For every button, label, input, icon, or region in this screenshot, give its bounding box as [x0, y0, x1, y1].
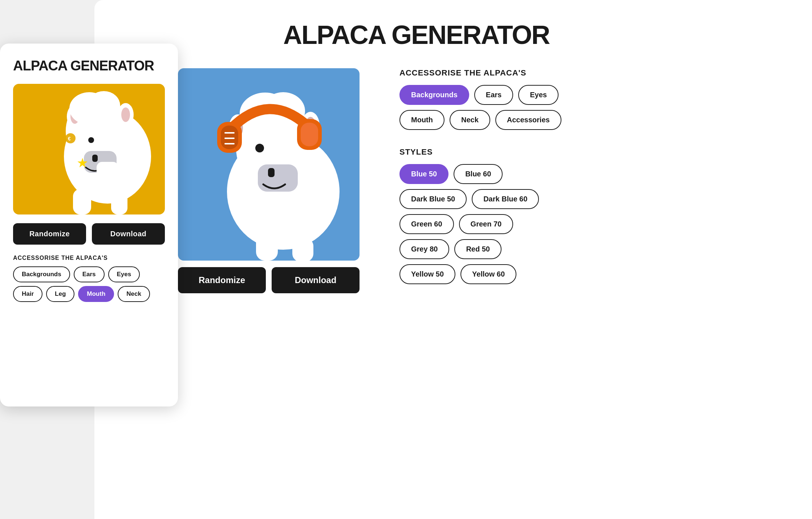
accessories-label-small: ACCESSORISE THE ALPACA'S — [13, 255, 165, 261]
svg-rect-16 — [97, 162, 118, 191]
svg-point-4 — [88, 137, 94, 143]
download-button-small[interactable]: Download — [92, 223, 165, 245]
pill-mouth-small[interactable]: Mouth — [78, 286, 114, 302]
svg-rect-35 — [301, 123, 318, 146]
pill-green70[interactable]: Green 70 — [459, 214, 513, 234]
styles-row3: Green 60 Green 70 — [399, 214, 797, 234]
small-card-title: ALPACA GENERATOR — [13, 58, 165, 74]
svg-point-10 — [121, 107, 130, 122]
accessories-row2-small: Hair Leg Mouth Neck — [13, 286, 165, 302]
randomize-button-main[interactable]: Randomize — [178, 267, 266, 293]
pill-eyes-main[interactable]: Eyes — [518, 85, 559, 105]
svg-point-15 — [88, 91, 120, 120]
styles-row5: Yellow 50 Yellow 60 — [399, 264, 797, 284]
pill-green60[interactable]: Green 60 — [399, 214, 454, 234]
svg-rect-6 — [111, 193, 127, 214]
right-panel: ACCESSORISE THE ALPACA'S Backgrounds Ear… — [385, 68, 812, 289]
pill-neck-small[interactable]: Neck — [118, 286, 150, 302]
styles-row4: Grey 80 Red 50 — [399, 239, 797, 259]
svg-text:€: € — [68, 136, 71, 142]
accessories-main-row2: Mouth Neck Accessories — [399, 110, 797, 130]
pill-yellow60[interactable]: Yellow 60 — [460, 264, 516, 284]
pill-darkblue50[interactable]: Dark Blue 50 — [399, 189, 467, 209]
accessories-row1-small: Backgrounds Ears Eyes — [13, 266, 165, 282]
small-card-btn-row: Randomize Download — [13, 223, 165, 245]
alpaca-canvas-main — [178, 68, 360, 261]
pill-hair-small[interactable]: Hair — [13, 286, 42, 302]
randomize-button-small[interactable]: Randomize — [13, 223, 86, 245]
pill-accessories-main[interactable]: Accessories — [495, 110, 561, 130]
styles-section: STYLES Blue 50 Blue 60 Dark Blue 50 Dark… — [399, 147, 797, 284]
pill-ears-main[interactable]: Ears — [474, 85, 513, 105]
styles-row2: Dark Blue 50 Dark Blue 60 — [399, 189, 797, 209]
styles-label: STYLES — [399, 147, 797, 157]
svg-rect-36 — [256, 232, 278, 261]
pill-mouth-main[interactable]: Mouth — [399, 110, 444, 130]
alpaca-illustration-small: ★ € — [13, 84, 165, 214]
alpaca-illustration-main — [178, 68, 360, 261]
pill-red50[interactable]: Red 50 — [454, 239, 502, 259]
pill-darkblue60[interactable]: Dark Blue 60 — [472, 189, 539, 209]
pill-yellow50[interactable]: Yellow 50 — [399, 264, 455, 284]
pill-blue60[interactable]: Blue 60 — [454, 164, 503, 184]
accessories-main-row1: Backgrounds Ears Eyes — [399, 85, 797, 105]
svg-rect-30 — [221, 126, 238, 149]
svg-rect-5 — [73, 189, 91, 214]
pill-eyes-small[interactable]: Eyes — [108, 266, 140, 282]
svg-text:★: ★ — [77, 155, 88, 170]
svg-rect-3 — [92, 155, 98, 162]
pill-blue50[interactable]: Blue 50 — [399, 164, 448, 184]
svg-rect-37 — [292, 238, 313, 261]
alpaca-canvas-small: ★ € — [13, 84, 165, 214]
small-card: ALPACA GENERATOR — [0, 44, 178, 406]
accessories-label-main: ACCESSORISE THE ALPACA'S — [399, 68, 797, 78]
pill-grey80[interactable]: Grey 80 — [399, 239, 449, 259]
pill-leg-small[interactable]: Leg — [46, 286, 74, 302]
download-button-main[interactable]: Download — [272, 267, 360, 293]
pill-ears-small[interactable]: Ears — [74, 266, 105, 282]
pill-backgrounds-small[interactable]: Backgrounds — [13, 266, 70, 282]
svg-rect-23 — [268, 168, 275, 177]
styles-row1: Blue 50 Blue 60 — [399, 164, 797, 184]
svg-point-24 — [255, 144, 264, 152]
pill-backgrounds-main[interactable]: Backgrounds — [399, 85, 469, 105]
pill-neck-main[interactable]: Neck — [450, 110, 490, 130]
app-title-large: ALPACA GENERATOR — [283, 20, 549, 50]
main-btn-row: Randomize Download — [178, 267, 360, 293]
